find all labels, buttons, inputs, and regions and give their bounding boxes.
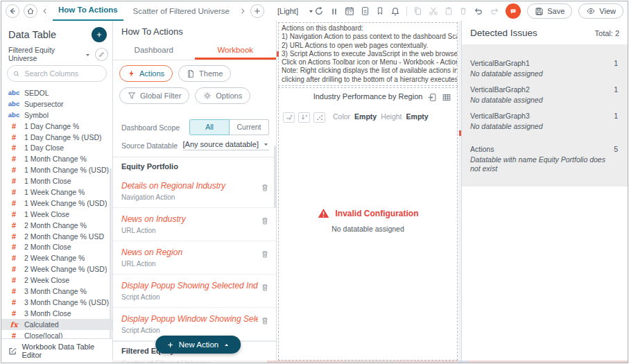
data-table-selector[interactable]: Filtered Equity Universe — [8, 47, 108, 61]
workbook-data-table-editor-button[interactable]: Workbook Data Table Editor — [1, 338, 112, 363]
issue-item[interactable]: VerticalBarGraph1 No datatable assigned … — [462, 55, 628, 82]
scope-all-option[interactable]: All — [189, 119, 230, 135]
action-item[interactable]: Display Popup Showing Selected Indu... S… — [113, 275, 276, 308]
column-item[interactable]: # 1 Week Change % — [1, 187, 112, 198]
scope-current-option[interactable]: Current — [230, 119, 269, 135]
issue-count: 1 — [614, 59, 618, 78]
issue-count: 1 — [614, 112, 618, 131]
action-title[interactable]: News on Region — [121, 248, 258, 257]
column-item[interactable]: # 1 Day Close — [1, 142, 112, 153]
schedule-button[interactable] — [345, 6, 354, 16]
action-item[interactable]: News on Region URL Action — [113, 241, 276, 275]
back-button[interactable] — [6, 4, 19, 18]
add-column-breakdown-button[interactable] — [298, 112, 310, 123]
export-pdf-button[interactable] — [361, 6, 370, 16]
column-item[interactable]: # 2 Week Change % — [1, 252, 112, 263]
tab-scroll-right-button[interactable] — [239, 8, 246, 15]
pause-button[interactable] — [330, 7, 338, 16]
copy-button[interactable] — [413, 6, 422, 16]
actions-list-scrollbar[interactable] — [274, 146, 276, 208]
issue-item[interactable]: Actions Datatable with name Equity Portf… — [462, 141, 628, 177]
column-item[interactable]: # 2 Month Close — [1, 241, 112, 252]
column-item[interactable]: # 1 Week Change % (USD) — [1, 198, 112, 209]
column-item[interactable]: # 1 Week Close — [1, 209, 112, 220]
warning-icon — [318, 208, 329, 218]
column-item[interactable]: abc Symbol — [1, 110, 112, 121]
bookmark-button[interactable] — [376, 6, 384, 16]
trash-icon — [261, 183, 269, 192]
column-label: 1 Week Change % (USD) — [24, 199, 107, 207]
column-item[interactable]: # 2 Week Change % (USD) — [1, 263, 112, 275]
dashboard-tab-scatter-of-filtered-universe[interactable]: Scatter of Filtered Universe — [128, 2, 235, 21]
show-table-button[interactable] — [442, 91, 451, 103]
detected-issues-panel: Detected Issues Total: 2 VerticalBarGrap… — [461, 21, 628, 363]
column-item[interactable]: # 1 Month Change % — [1, 153, 112, 164]
add-row-breakdown-button[interactable] — [283, 112, 295, 123]
action-title[interactable]: News on Industry — [121, 214, 258, 224]
column-item[interactable]: # 2 Week Close — [1, 275, 112, 286]
column-label: 1 Month Change % (USD) — [24, 166, 109, 174]
color-binding-value[interactable]: Empty — [354, 112, 377, 121]
delete-button[interactable] — [459, 6, 467, 16]
search-columns-input[interactable] — [23, 69, 101, 78]
data-table-panel: Data Table Filtered Equity Universe abc … — [1, 21, 113, 363]
column-item[interactable]: # 1 Day Change % (USD) — [1, 132, 112, 143]
refresh-button[interactable] — [314, 6, 324, 16]
undo-button[interactable] — [474, 7, 483, 16]
tab-workbook[interactable]: Workbook — [195, 42, 277, 60]
column-label: 1 Day Change % (USD) — [24, 133, 101, 141]
dashboard-tab-how-to-actions[interactable]: How To Actions — [53, 1, 123, 21]
save-button[interactable]: Save — [527, 3, 572, 19]
paste-button[interactable] — [445, 6, 453, 16]
cut-button[interactable] — [429, 6, 438, 16]
issue-item[interactable]: VerticalBarGraph2 No datatable assigned … — [462, 82, 628, 108]
column-item[interactable]: fx Calculated — [1, 319, 112, 330]
options-button[interactable]: Options — [195, 87, 250, 104]
theme-button[interactable]: Theme — [178, 65, 231, 82]
text-note-part[interactable]: Actions on this dashboard:1) Navigation … — [278, 22, 458, 88]
add-data-table-button[interactable] — [92, 27, 107, 42]
column-item[interactable]: # 2 Month Change % — [1, 220, 112, 231]
global-filter-button[interactable]: Global Filter — [119, 87, 189, 104]
redo-button[interactable] — [490, 7, 499, 16]
column-item[interactable]: abc Supersector — [1, 98, 112, 110]
tab-scroll-left-button[interactable] — [42, 8, 49, 15]
issue-item[interactable]: VerticalBarGraph3 No datatable assigned … — [462, 108, 628, 135]
column-item[interactable]: # 1 Month Change % (USD) — [1, 164, 112, 175]
notifications-button[interactable] — [390, 6, 400, 16]
action-item[interactable]: Details on Regional Industry Navigation … — [113, 175, 276, 208]
add-visualization-button[interactable] — [313, 112, 325, 123]
new-action-button[interactable]: New Action — [155, 336, 241, 354]
visualization-part[interactable]: Industry Performance by Region — [278, 85, 458, 361]
delete-action-button[interactable] — [261, 248, 269, 260]
edit-data-table-button[interactable] — [95, 48, 108, 61]
column-list-scrollbar[interactable] — [110, 168, 112, 348]
view-button[interactable]: View — [578, 3, 623, 19]
tab-dashboard[interactable]: Dashboard — [113, 42, 195, 60]
column-item[interactable]: # 3 Month Change % — [1, 286, 112, 297]
source-datatable-dropdown[interactable]: [Any source datatable] — [183, 140, 269, 150]
action-title[interactable]: Display Popup Window Showing Sele... — [121, 314, 258, 324]
column-item[interactable]: # 3 Month Change % (USD) — [1, 297, 112, 308]
action-title[interactable]: Display Popup Showing Selected Indu... — [121, 281, 258, 291]
column-item[interactable]: # 3 Month Close — [1, 308, 112, 319]
action-title[interactable]: Details on Regional Industry — [121, 181, 258, 191]
export-table-button[interactable] — [427, 91, 437, 103]
column-type-icon: fx — [8, 320, 20, 329]
delete-action-button[interactable] — [261, 314, 269, 327]
column-label: Calculated — [24, 320, 59, 329]
column-item[interactable]: abc SEDOL — [1, 87, 112, 98]
column-item[interactable]: # 1 Day Change % — [1, 121, 112, 132]
comments-button[interactable] — [506, 3, 521, 19]
delete-action-button[interactable] — [261, 181, 269, 193]
column-item[interactable]: # 1 Month Close — [1, 175, 112, 187]
delete-action-button[interactable] — [261, 281, 269, 293]
theme-selector[interactable]: [Light] — [277, 1, 314, 21]
add-dashboard-button[interactable] — [250, 4, 264, 18]
actions-button[interactable]: Actions — [119, 65, 173, 82]
delete-action-button[interactable] — [261, 214, 269, 227]
column-item[interactable]: # 2 Month Change % USD — [1, 231, 112, 242]
height-binding-value[interactable]: Empty — [406, 112, 429, 121]
action-item[interactable]: News on Industry URL Action — [113, 208, 276, 241]
home-button[interactable] — [24, 4, 37, 18]
